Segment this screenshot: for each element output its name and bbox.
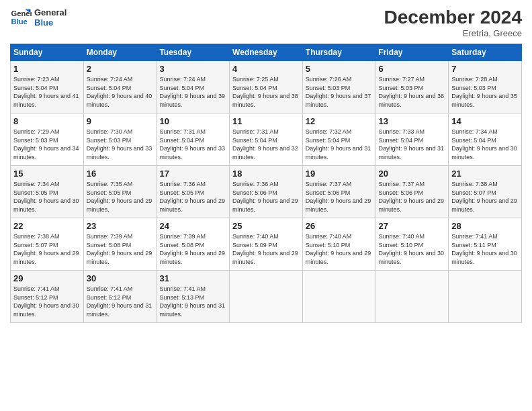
day-number: 21 (451, 169, 519, 179)
day-info: Sunrise: 7:37 AMSunset: 5:06 PMDaylight:… (379, 181, 445, 213)
table-row: 13 Sunrise: 7:33 AMSunset: 5:04 PMDaylig… (375, 113, 449, 166)
table-row: 15 Sunrise: 7:34 AMSunset: 5:05 PMDaylig… (11, 166, 84, 218)
day-info: Sunrise: 7:34 AMSunset: 5:04 PMDaylight:… (451, 128, 517, 161)
calendar-week-row: 1 Sunrise: 7:23 AMSunset: 5:04 PMDayligh… (11, 61, 522, 113)
table-row: 29 Sunrise: 7:41 AMSunset: 5:12 PMDaylig… (11, 271, 84, 323)
day-info: Sunrise: 7:40 AMSunset: 5:10 PMDaylight:… (306, 233, 371, 265)
day-info: Sunrise: 7:41 AMSunset: 5:12 PMDaylight:… (13, 285, 79, 318)
col-friday: Friday (375, 44, 449, 61)
day-info: Sunrise: 7:29 AMSunset: 5:03 PMDaylight:… (13, 128, 79, 161)
table-row: 10 Sunrise: 7:31 AMSunset: 5:04 PMDaylig… (157, 113, 230, 166)
day-info: Sunrise: 7:40 AMSunset: 5:10 PMDaylight:… (379, 233, 445, 265)
day-number: 22 (13, 221, 81, 231)
table-row: 31 Sunrise: 7:41 AMSunset: 5:13 PMDaylig… (157, 271, 230, 323)
day-info: Sunrise: 7:35 AMSunset: 5:05 PMDaylight:… (87, 181, 152, 213)
day-number: 18 (232, 169, 300, 179)
month-year-title: December 2024 (384, 7, 522, 28)
day-info: Sunrise: 7:31 AMSunset: 5:04 PMDaylight:… (232, 128, 298, 161)
day-number: 25 (232, 221, 300, 231)
table-row: 3 Sunrise: 7:24 AMSunset: 5:04 PMDayligh… (157, 61, 230, 113)
table-row (230, 271, 303, 323)
day-info: Sunrise: 7:31 AMSunset: 5:04 PMDaylight:… (159, 128, 225, 161)
day-info: Sunrise: 7:28 AMSunset: 5:03 PMDaylight:… (451, 76, 517, 108)
svg-text:Blue: Blue (11, 17, 28, 26)
table-row: 16 Sunrise: 7:35 AMSunset: 5:05 PMDaylig… (83, 166, 157, 218)
table-row: 2 Sunrise: 7:24 AMSunset: 5:04 PMDayligh… (83, 61, 157, 113)
page-header: General Blue General Blue December 2024 … (10, 7, 522, 38)
title-block: December 2024 Eretria, Greece (384, 7, 522, 38)
calendar-week-row: 15 Sunrise: 7:34 AMSunset: 5:05 PMDaylig… (11, 166, 522, 218)
day-number: 5 (306, 64, 373, 74)
col-tuesday: Tuesday (157, 44, 230, 61)
table-row: 28 Sunrise: 7:41 AMSunset: 5:11 PMDaylig… (449, 218, 522, 271)
day-info: Sunrise: 7:36 AMSunset: 5:06 PMDaylight:… (232, 181, 298, 213)
logo-line1: General (34, 7, 66, 17)
day-info: Sunrise: 7:32 AMSunset: 5:04 PMDaylight:… (306, 128, 371, 161)
day-info: Sunrise: 7:33 AMSunset: 5:04 PMDaylight:… (379, 128, 445, 161)
day-number: 27 (379, 221, 446, 231)
table-row: 6 Sunrise: 7:27 AMSunset: 5:03 PMDayligh… (375, 61, 449, 113)
table-row: 11 Sunrise: 7:31 AMSunset: 5:04 PMDaylig… (230, 113, 303, 166)
day-number: 9 (87, 116, 154, 126)
day-number: 19 (306, 169, 373, 179)
calendar-week-row: 22 Sunrise: 7:38 AMSunset: 5:07 PMDaylig… (11, 218, 522, 271)
day-info: Sunrise: 7:39 AMSunset: 5:08 PMDaylight:… (87, 233, 152, 265)
day-info: Sunrise: 7:26 AMSunset: 5:03 PMDaylight:… (306, 76, 371, 108)
day-number: 3 (159, 64, 226, 74)
col-sunday: Sunday (11, 44, 84, 61)
day-number: 4 (232, 64, 300, 74)
day-info: Sunrise: 7:39 AMSunset: 5:08 PMDaylight:… (159, 233, 225, 265)
day-info: Sunrise: 7:23 AMSunset: 5:04 PMDaylight:… (13, 76, 79, 108)
calendar-table: Sunday Monday Tuesday Wednesday Thursday… (10, 44, 522, 323)
day-number: 11 (232, 116, 300, 126)
table-row: 22 Sunrise: 7:38 AMSunset: 5:07 PMDaylig… (11, 218, 84, 271)
day-number: 13 (379, 116, 446, 126)
day-number: 14 (451, 116, 519, 126)
day-info: Sunrise: 7:24 AMSunset: 5:04 PMDaylight:… (159, 76, 225, 108)
day-info: Sunrise: 7:30 AMSunset: 5:03 PMDaylight:… (87, 128, 152, 161)
day-number: 8 (13, 116, 81, 126)
day-info: Sunrise: 7:41 AMSunset: 5:13 PMDaylight:… (159, 285, 225, 318)
day-number: 6 (379, 64, 446, 74)
day-number: 20 (379, 169, 446, 179)
col-thursday: Thursday (302, 44, 375, 61)
day-number: 7 (451, 64, 519, 74)
table-row: 23 Sunrise: 7:39 AMSunset: 5:08 PMDaylig… (83, 218, 157, 271)
day-info: Sunrise: 7:38 AMSunset: 5:07 PMDaylight:… (451, 181, 517, 213)
day-number: 29 (13, 273, 81, 283)
table-row: 5 Sunrise: 7:26 AMSunset: 5:03 PMDayligh… (302, 61, 375, 113)
calendar-week-row: 29 Sunrise: 7:41 AMSunset: 5:12 PMDaylig… (11, 271, 522, 323)
table-row: 30 Sunrise: 7:41 AMSunset: 5:12 PMDaylig… (83, 271, 157, 323)
day-info: Sunrise: 7:27 AMSunset: 5:03 PMDaylight:… (379, 76, 445, 108)
table-row: 8 Sunrise: 7:29 AMSunset: 5:03 PMDayligh… (11, 113, 84, 166)
day-number: 24 (159, 221, 226, 231)
table-row: 18 Sunrise: 7:36 AMSunset: 5:06 PMDaylig… (230, 166, 303, 218)
day-number: 23 (87, 221, 154, 231)
table-row: 17 Sunrise: 7:36 AMSunset: 5:05 PMDaylig… (157, 166, 230, 218)
day-info: Sunrise: 7:25 AMSunset: 5:04 PMDaylight:… (232, 76, 298, 108)
day-info: Sunrise: 7:24 AMSunset: 5:04 PMDaylight:… (87, 76, 152, 108)
day-info: Sunrise: 7:40 AMSunset: 5:09 PMDaylight:… (232, 233, 298, 265)
day-info: Sunrise: 7:37 AMSunset: 5:06 PMDaylight:… (306, 181, 371, 213)
table-row: 26 Sunrise: 7:40 AMSunset: 5:10 PMDaylig… (302, 218, 375, 271)
day-number: 16 (87, 169, 154, 179)
table-row: 21 Sunrise: 7:38 AMSunset: 5:07 PMDaylig… (449, 166, 522, 218)
table-row: 4 Sunrise: 7:25 AMSunset: 5:04 PMDayligh… (230, 61, 303, 113)
table-row (375, 271, 449, 323)
col-monday: Monday (83, 44, 157, 61)
table-row (449, 271, 522, 323)
col-saturday: Saturday (449, 44, 522, 61)
day-number: 10 (159, 116, 226, 126)
table-row: 24 Sunrise: 7:39 AMSunset: 5:08 PMDaylig… (157, 218, 230, 271)
day-number: 30 (87, 273, 154, 283)
day-number: 17 (159, 169, 226, 179)
day-info: Sunrise: 7:38 AMSunset: 5:07 PMDaylight:… (13, 233, 79, 265)
location-subtitle: Eretria, Greece (384, 28, 522, 38)
day-number: 28 (451, 221, 519, 231)
table-row: 20 Sunrise: 7:37 AMSunset: 5:06 PMDaylig… (375, 166, 449, 218)
table-row: 27 Sunrise: 7:40 AMSunset: 5:10 PMDaylig… (375, 218, 449, 271)
day-number: 2 (87, 64, 154, 74)
table-row: 12 Sunrise: 7:32 AMSunset: 5:04 PMDaylig… (302, 113, 375, 166)
table-row: 1 Sunrise: 7:23 AMSunset: 5:04 PMDayligh… (11, 61, 84, 113)
calendar-header-row: Sunday Monday Tuesday Wednesday Thursday… (11, 44, 522, 61)
